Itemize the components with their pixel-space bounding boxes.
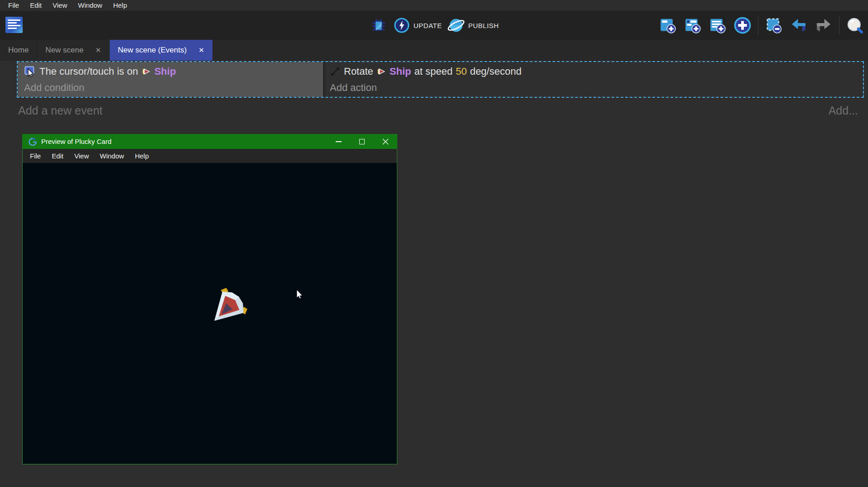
- action-object-name: Ship: [390, 66, 411, 77]
- tab-new-scene-events[interactable]: New scene (Events) ✕: [110, 40, 213, 61]
- add-comment-icon[interactable]: [708, 16, 727, 35]
- publish-button[interactable]: PUBLISH: [448, 17, 499, 34]
- action-value: 50: [456, 66, 467, 77]
- menu-help[interactable]: Help: [108, 0, 133, 11]
- menu-edit[interactable]: Edit: [24, 0, 47, 11]
- add-condition-link[interactable]: Add condition: [24, 82, 318, 94]
- mouse-cursor-icon: [296, 290, 304, 301]
- menu-view[interactable]: View: [47, 0, 72, 11]
- action-verb: Rotate: [344, 66, 373, 77]
- tab-close-icon[interactable]: ✕: [198, 46, 204, 54]
- game-canvas[interactable]: [22, 163, 397, 464]
- choose-add-event-icon[interactable]: [733, 16, 752, 35]
- publish-label: PUBLISH: [468, 22, 499, 29]
- main-toolbar: UPDATE PUBLISH: [0, 11, 868, 40]
- add-new-event-icon[interactable]: [658, 16, 677, 35]
- search-icon[interactable]: [845, 16, 864, 35]
- preview-menu-view[interactable]: View: [69, 152, 94, 160]
- app-menubar: File Edit View Window Help: [0, 0, 868, 11]
- preview-title: Preview of Plucky Card: [41, 138, 111, 145]
- ship-object-icon: [141, 67, 151, 76]
- menu-file[interactable]: File: [3, 0, 24, 11]
- preview-window: Preview of Plucky Card File Edit View Wi…: [22, 134, 397, 464]
- update-button[interactable]: UPDATE: [394, 17, 442, 33]
- ship-object-icon: [376, 67, 386, 76]
- preview-menubar: File Edit View Window Help: [22, 149, 397, 163]
- preview-menu-window[interactable]: Window: [94, 152, 129, 160]
- condition-object-name: Ship: [154, 66, 176, 77]
- preview-menu-help[interactable]: Help: [130, 152, 154, 160]
- preview-titlebar[interactable]: Preview of Plucky Card: [22, 134, 397, 149]
- ship-sprite: [204, 286, 249, 331]
- add-event-button[interactable]: Add...: [829, 104, 858, 117]
- update-lightning-icon: [394, 17, 410, 33]
- undo-icon[interactable]: [789, 16, 808, 35]
- close-icon[interactable]: [374, 134, 397, 149]
- preview-menu-edit[interactable]: Edit: [46, 152, 69, 160]
- redo-icon[interactable]: [814, 16, 833, 35]
- condition-text: The cursor/touch is on: [39, 66, 138, 77]
- project-manager-icon[interactable]: [5, 17, 23, 33]
- tab-home[interactable]: Home: [0, 40, 37, 61]
- tab-new-scene[interactable]: New scene ✕: [37, 40, 110, 61]
- event-actions-cell[interactable]: Rotate Ship at speed 50 deg/second Add a…: [323, 62, 863, 97]
- menu-window[interactable]: Window: [72, 0, 107, 11]
- tab-label: Home: [8, 46, 29, 55]
- editor-tabbar: Home New scene ✕ New scene (Events) ✕: [0, 40, 868, 61]
- gdevelop-window: File Edit View Window Help: [0, 0, 868, 487]
- action-middle-text: at speed: [415, 66, 453, 77]
- gdevelop-logo-icon: [28, 137, 37, 146]
- event-conditions-cell[interactable]: The cursor/touch is on Ship Add conditio…: [18, 62, 323, 97]
- rotate-action-icon: [330, 66, 341, 77]
- publish-planet-icon: [448, 17, 465, 34]
- minimize-icon[interactable]: [327, 134, 350, 149]
- toolbar-separator: [758, 16, 758, 35]
- delete-selection-icon[interactable]: [764, 16, 783, 35]
- add-sub-event-icon[interactable]: [683, 16, 702, 35]
- tab-close-icon[interactable]: ✕: [95, 46, 101, 54]
- cursor-on-object-icon: [24, 66, 36, 78]
- update-label: UPDATE: [414, 22, 442, 29]
- add-new-event-link[interactable]: Add a new event: [18, 104, 102, 117]
- toolbar-separator: [839, 16, 839, 35]
- tab-label: New scene: [45, 46, 83, 55]
- maximize-icon[interactable]: [350, 134, 374, 149]
- preview-menu-file[interactable]: File: [24, 152, 46, 160]
- event-row-selected[interactable]: The cursor/touch is on Ship Add conditio…: [17, 61, 864, 98]
- tab-label: New scene (Events): [118, 46, 187, 55]
- add-action-link[interactable]: Add action: [330, 82, 858, 94]
- debugger-icon[interactable]: [369, 16, 388, 35]
- action-suffix-text: deg/second: [470, 66, 521, 77]
